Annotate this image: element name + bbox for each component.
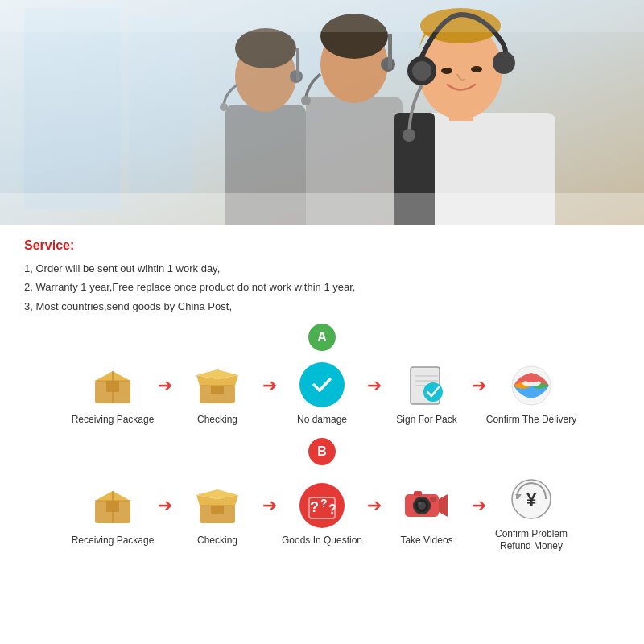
flow-a-step-2: Checking [169,361,266,427]
sign-doc-icon [398,361,455,409]
flow-b-row: Receiving Package ➔ Checking ➔ [24,475,620,553]
svg-point-25 [493,52,515,74]
svg-rect-8 [296,48,299,80]
flow-a-label-2: Checking [197,414,237,427]
package-icon-b [85,481,141,530]
service-list: Order will be sent out wihtin 1 work day… [24,259,620,316]
svg-rect-65 [414,491,422,496]
svg-rect-54 [211,506,224,514]
flow-a-label-1: Receiving Package [72,414,155,427]
flow-a-label-4: Sign For Pack [396,414,456,427]
flow-b-step-1: Receiving Package [64,481,161,547]
flow-a-label: A [24,324,620,351]
badge-a: A [308,324,336,351]
flow-b: B Receiving Package ➔ [24,438,620,553]
flow-a-label-5: Confirm The Delivery [486,414,576,427]
svg-rect-66 [430,497,436,502]
open-box-icon-b [189,481,246,530]
content-area: Service: Order will be sent out wihtin 1… [0,225,644,561]
flow-a-row: Receiving Package ➔ Checking ➔ [24,361,620,427]
flow-b-step-3: ? ? ? Goods In Question [274,481,370,547]
svg-point-27 [471,66,482,72]
flow-b-label-1: Receiving Package [72,535,155,547]
svg-text:?: ? [310,499,319,515]
svg-rect-2 [129,16,193,193]
camera-icon [398,481,455,530]
flow-b-label-5: Confirm ProblemRefund Money [495,528,568,553]
flow-a: A Receiving Package ➔ [24,324,620,427]
flow-b-label-4: Take Videos [400,535,452,547]
svg-rect-15 [388,34,392,69]
svg-rect-38 [211,386,224,394]
open-box-icon-a [189,361,246,409]
svg-point-24 [402,129,415,142]
flow-a-step-1: Receiving Package [64,361,161,427]
flow-b-step-4: Take Videos [378,481,475,547]
flow-a-step-3: No damage [274,361,370,427]
svg-rect-1 [24,8,121,209]
svg-point-6 [235,28,296,68]
nodamage-icon [294,361,350,409]
flow-b-label-2: Checking [197,535,237,547]
svg-point-26 [441,68,452,74]
refund-icon: ¥ [503,475,559,523]
service-item-2: Warranty 1 year,Free replace once produc… [24,278,620,296]
svg-point-64 [418,502,421,505]
svg-point-44 [423,382,443,402]
svg-point-23 [412,61,431,80]
question-icon: ? ? ? [294,481,350,530]
svg-rect-28 [0,0,644,32]
service-item-3: Most countries,send goods by China Post, [24,297,620,316]
svg-text:¥: ¥ [526,489,537,510]
service-title: Service: [24,238,620,253]
handshake-icon [503,361,559,409]
service-item-1: Order will be sent out wihtin 1 work day… [24,259,620,278]
flow-a-step-4: Sign For Pack [378,361,475,427]
flow-b-label: B [24,438,620,465]
svg-text:?: ? [320,497,328,510]
flow-b-step-2: Checking [169,481,266,547]
svg-point-9 [220,103,228,111]
hero-image [0,0,644,225]
svg-marker-67 [439,494,448,517]
badge-b: B [308,438,336,465]
svg-rect-29 [0,193,644,225]
svg-point-16 [301,96,311,105]
flow-a-step-5: Confirm The Delivery [483,361,580,427]
package-icon-a [85,361,141,409]
flow-b-step-5: ¥ Confirm ProblemRefund Money [483,475,580,553]
flow-a-label-3: No damage [297,414,347,427]
flow-b-label-3: Goods In Question [282,535,362,547]
